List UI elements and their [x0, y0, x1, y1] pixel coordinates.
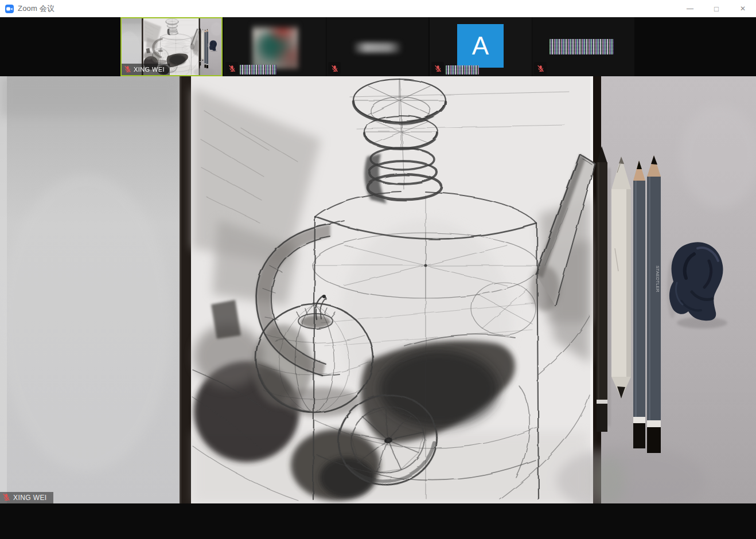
- participant-tile-4[interactable]: A: [430, 17, 532, 76]
- letterbox-bottom: [0, 503, 756, 539]
- main-speaker-video[interactable]: STAEDTLER: [0, 76, 756, 503]
- window-titlebar: Zoom 会议 — □ ✕: [0, 0, 756, 17]
- participant-name-redacted: [354, 42, 401, 53]
- participant-filmstrip: XING WEI: [0, 17, 756, 76]
- pencil-brand-text: STAEDTLER: [655, 265, 660, 292]
- participant-tile-3[interactable]: [326, 17, 428, 76]
- mic-muted-icon: [124, 65, 131, 75]
- participant-name-label: XING WEI: [122, 64, 170, 75]
- window-controls: — □ ✕: [677, 0, 756, 17]
- speaker-name-label: XING WEI: [0, 492, 53, 503]
- avatar: A: [457, 24, 504, 68]
- participant-tile-5[interactable]: [532, 17, 634, 76]
- maximize-button[interactable]: □: [703, 0, 730, 17]
- participant-tile-xing-wei[interactable]: XING WEI: [120, 17, 223, 76]
- mic-muted-icon: [225, 62, 238, 75]
- participant-name-redacted: [240, 65, 276, 75]
- participant-name: XING WEI: [134, 66, 165, 73]
- mic-muted-icon: [431, 62, 444, 75]
- speaker-name: XING WEI: [13, 494, 47, 502]
- window-title: Zoom 会议: [18, 3, 54, 14]
- zoom-logo-icon: [5, 5, 14, 13]
- participant-tile-2[interactable]: [224, 17, 326, 76]
- still-life-drawing-scene: STAEDTLER: [0, 76, 756, 503]
- participant-name-redacted: [550, 39, 614, 54]
- participant-name-redacted: [446, 65, 479, 75]
- mic-muted-icon: [2, 493, 10, 503]
- mic-muted-icon: [534, 62, 547, 75]
- zoom-meeting-window: Zoom 会议 — □ ✕ XING WEI: [0, 0, 756, 539]
- close-button[interactable]: ✕: [730, 0, 756, 17]
- mic-muted-icon: [328, 62, 341, 75]
- minimize-button[interactable]: —: [677, 0, 703, 17]
